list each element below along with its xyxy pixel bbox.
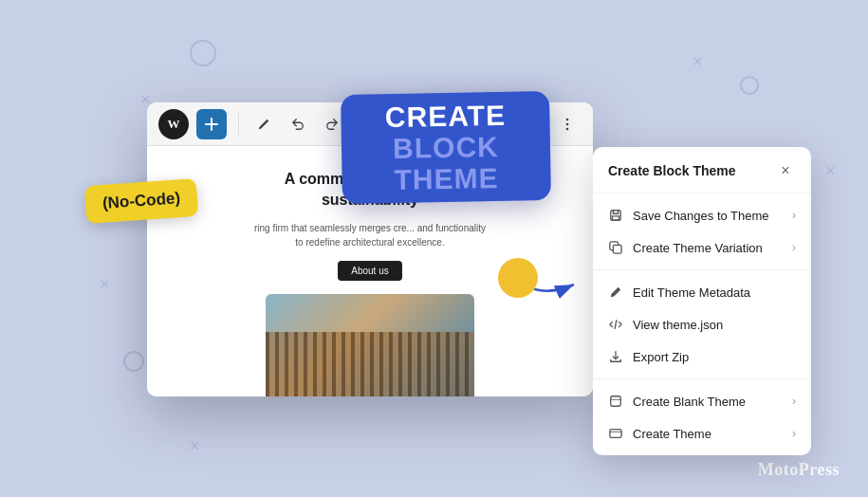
code-icon	[608, 317, 623, 332]
create-blank-theme-item[interactable]: Create Blank Theme ›	[593, 385, 811, 417]
add-button[interactable]	[196, 109, 227, 139]
save-icon	[608, 208, 623, 223]
create-theme-item[interactable]: Create Theme ›	[593, 417, 811, 450]
undo-icon[interactable]	[285, 111, 311, 138]
create-blank-theme-label: Create Blank Theme	[633, 395, 783, 409]
svg-rect-12	[610, 430, 621, 438]
variation-icon	[608, 240, 623, 255]
site-image	[266, 294, 474, 396]
cbt-line3: THEME	[386, 162, 508, 195]
svg-rect-10	[613, 245, 621, 253]
save-changes-label: Save Changes to Theme	[633, 209, 783, 223]
pencil-icon[interactable]	[250, 111, 277, 138]
motopress-brand: MotoPress	[758, 460, 840, 480]
dropdown-section-3: Create Blank Theme › Create Theme ›	[593, 379, 811, 455]
dropdown-panel: Create Block Theme × Save Changes to The…	[593, 147, 811, 455]
cbt-line2: BLOCK	[385, 131, 507, 164]
create-variation-chevron: ›	[792, 241, 796, 254]
save-changes-item[interactable]: Save Changes to Theme ›	[593, 199, 811, 231]
more-options-icon[interactable]	[553, 110, 582, 138]
create-variation-item[interactable]: Create Theme Variation ›	[593, 231, 811, 264]
edit-metadata-label: Edit Theme Metadata	[633, 285, 796, 300]
building-image	[266, 332, 474, 396]
theme-icon	[608, 426, 623, 441]
create-theme-label: Create Theme	[633, 427, 783, 441]
edit-icon	[608, 285, 623, 300]
dropdown-section-2: Edit Theme Metadata View theme.json Expo…	[593, 270, 811, 379]
view-theme-json-label: View theme.json	[633, 318, 796, 332]
save-changes-chevron: ›	[792, 209, 796, 222]
dropdown-section-1: Save Changes to Theme › Create Theme Var…	[593, 193, 811, 270]
create-theme-chevron: ›	[792, 427, 796, 440]
wp-logo: W	[158, 109, 189, 139]
svg-point-6	[566, 127, 569, 130]
dropdown-header: Create Block Theme ×	[593, 147, 811, 193]
view-theme-json-item[interactable]: View theme.json	[593, 308, 811, 341]
create-block-theme-badge: CREATE BLOCK THEME	[341, 91, 551, 204]
create-variation-label: Create Theme Variation	[633, 241, 783, 255]
site-subtext: ring firm that seamlessly merges cre... …	[166, 221, 574, 249]
about-button[interactable]: About us	[338, 261, 401, 281]
export-icon	[608, 349, 623, 364]
svg-rect-11	[611, 396, 621, 407]
nocode-badge: (No-Code)	[84, 178, 199, 224]
svg-point-5	[566, 122, 569, 125]
dropdown-title: Create Block Theme	[608, 163, 736, 178]
create-blank-chevron: ›	[792, 395, 796, 408]
edit-metadata-item[interactable]: Edit Theme Metadata	[593, 276, 811, 308]
export-zip-label: Export Zip	[633, 350, 796, 364]
arrow-circle	[498, 258, 538, 298]
close-button[interactable]: ×	[775, 160, 796, 181]
cbt-line1: CREATE	[385, 100, 507, 133]
export-zip-item[interactable]: Export Zip	[593, 341, 811, 373]
svg-point-4	[566, 118, 569, 120]
toolbar-separator	[238, 113, 239, 136]
blank-theme-icon	[608, 394, 623, 409]
